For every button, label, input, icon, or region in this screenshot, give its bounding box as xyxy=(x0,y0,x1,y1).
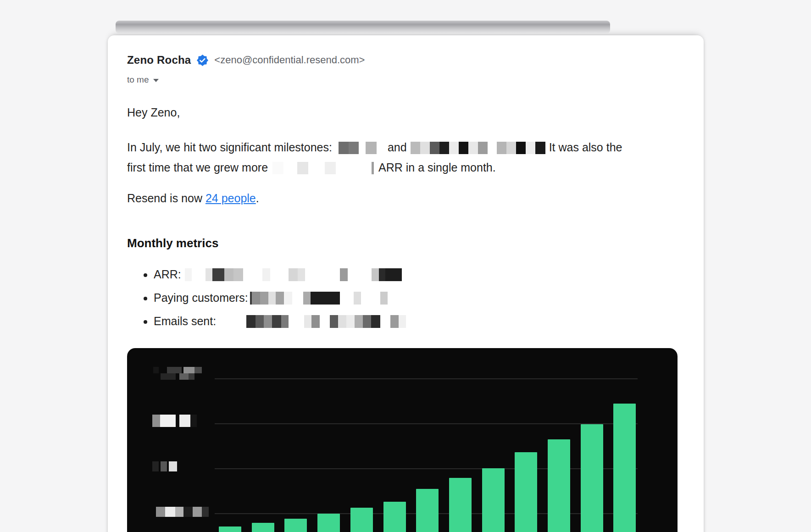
chart-bar xyxy=(219,526,241,532)
chart-bar xyxy=(350,508,373,532)
redacted-text xyxy=(218,315,406,328)
chevron-down-icon xyxy=(153,79,159,82)
chart-gridline xyxy=(215,423,638,424)
email-client-page: { "page": { "bg": "#f5f5f6" }, "colors":… xyxy=(0,0,811,532)
collapsed-email-edge[interactable] xyxy=(116,21,610,33)
paragraph-line: first time that we grew moreARR in a sin… xyxy=(127,157,622,177)
chart-bar xyxy=(284,519,307,532)
redacted-text xyxy=(250,292,388,305)
redacted-text xyxy=(272,162,374,174)
email-header: Zeno Rocha <zeno@confidential.resend.com… xyxy=(127,54,365,66)
redacted-text xyxy=(185,268,402,281)
redacted-axis-label xyxy=(156,507,209,517)
paragraph-line: In July, we hit two significant mileston… xyxy=(127,137,622,157)
recipient-label: to me xyxy=(127,75,149,85)
greeting-text: Hey Zeno, xyxy=(127,105,180,119)
chart-bar xyxy=(449,478,472,532)
chart-bar xyxy=(548,439,570,532)
sender-email: <zeno@confidential.resend.com> xyxy=(214,54,365,66)
chart-gridline xyxy=(215,378,638,379)
redacted-axis-label xyxy=(152,461,177,471)
people-count-link[interactable]: 24 people xyxy=(206,192,256,205)
email-card: Zeno Rocha <zeno@confidential.resend.com… xyxy=(108,35,704,532)
redacted-axis-label xyxy=(153,367,202,380)
chart-gridline xyxy=(215,468,638,469)
chart-bar xyxy=(581,424,603,532)
sender-name: Zeno Rocha xyxy=(127,54,191,66)
redacted-axis-label xyxy=(152,415,197,427)
list-item: Paying customers: xyxy=(154,290,406,305)
list-item: Emails sent: xyxy=(154,313,406,329)
chart-bar xyxy=(317,514,340,532)
metrics-list: ARR: Paying customers: Emails sent: xyxy=(127,266,406,337)
verified-badge-icon xyxy=(196,54,209,66)
metrics-heading: Monthly metrics xyxy=(127,236,218,250)
chart-bar xyxy=(416,489,439,532)
chart-bar xyxy=(482,468,505,532)
team-size-paragraph: Resend is now 24 people. xyxy=(127,191,259,205)
redacted-text xyxy=(339,142,377,154)
chart-bar xyxy=(252,523,274,532)
metrics-chart xyxy=(127,348,678,532)
list-item: ARR: xyxy=(154,266,406,282)
chart-bar xyxy=(613,404,636,532)
recipient-details-toggle[interactable]: to me xyxy=(127,75,159,85)
chart-bar xyxy=(383,502,406,532)
redacted-text xyxy=(411,142,545,154)
milestones-paragraph: In July, we hit two significant mileston… xyxy=(127,137,622,177)
chart-bar xyxy=(515,452,537,532)
